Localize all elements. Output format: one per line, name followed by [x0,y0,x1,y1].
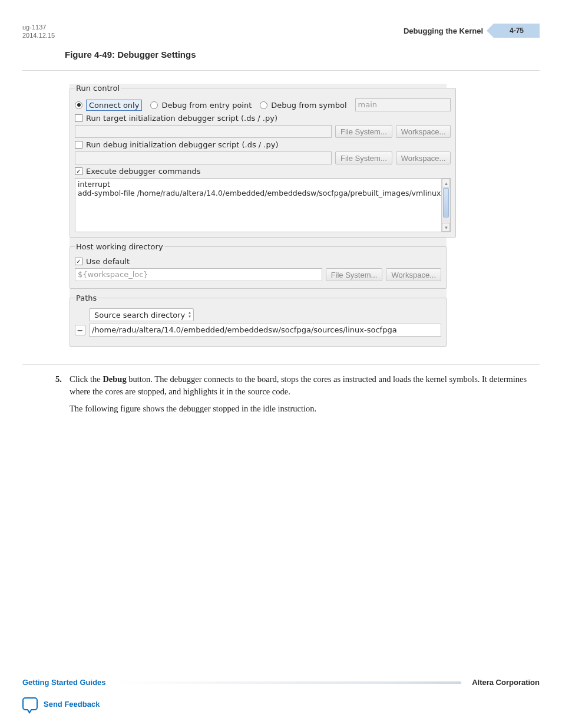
doc-code: ug-1137 [22,24,55,32]
filesystem-button[interactable]: File System... [335,151,392,164]
run-control-legend: Run control [75,84,121,93]
page-header: ug-1137 2014.12.15 Debugging the Kernel … [22,24,540,45]
step-text-bold: Debug [103,374,126,384]
step-text-b: button. The debugger connects to the boa… [70,374,527,396]
feedback-bubble-icon [22,697,38,710]
scroll-up-icon[interactable]: ▴ [442,179,450,187]
radio-empty-icon [150,101,158,109]
source-search-combo[interactable]: Source search directory ▴▾ [89,308,194,321]
checkbox-empty-icon [75,141,82,149]
chk-debug-init[interactable]: Run debug initialization debugger script… [75,140,278,149]
footer-left-link[interactable]: Getting Started Guides [22,678,106,687]
debugger-settings-screenshot: Run control Connect only Debug from entr… [70,84,447,347]
send-feedback-link[interactable]: Send Feedback [22,697,540,710]
divider [22,364,540,365]
doc-date: 2014.12.15 [22,32,55,40]
radio-connect-only-label: Connect only [86,100,142,111]
radio-selected-icon [75,101,82,109]
debugger-commands-text: interrupt add-symbol-file /home/radu/alt… [78,180,441,197]
step-text-line2: The following figure shows the debugger … [70,403,540,415]
host-dir-input[interactable]: ${workspace_loc} [75,268,322,281]
workspace-button[interactable]: Workspace... [396,151,451,164]
workspace-button[interactable]: Workspace... [386,268,441,281]
debug-init-path-input[interactable] [75,151,332,164]
filesystem-button[interactable]: File System... [335,125,392,138]
source-search-combo-label: Source search directory [94,311,185,319]
filesystem-button[interactable]: File System... [326,268,383,281]
scroll-down-icon[interactable]: ▾ [442,223,450,232]
path-input[interactable]: /home/radu/altera/14.0/embedded/embedded… [89,324,441,337]
target-init-path-input[interactable] [75,125,332,138]
doc-meta: ug-1137 2014.12.15 [22,24,55,40]
chk-debug-init-label: Run debug initialization debugger script… [86,140,278,149]
footer-right-text: Altera Corporation [472,678,540,687]
chk-use-default-label: Use default [86,257,130,266]
stepper-icon: ▴▾ [189,311,191,319]
host-dir-group: Host working directory Use default ${wor… [70,242,447,289]
page-number-tab: 4-75 [494,24,540,38]
paths-group: Paths Source search directory ▴▾ − /home… [70,294,447,347]
page-footer: Getting Started Guides Altera Corporatio… [22,678,540,710]
radio-debug-entry-label: Debug from entry point [161,101,252,110]
scrollbar-vertical[interactable]: ▴ ▾ [441,179,450,232]
workspace-button[interactable]: Workspace... [396,125,451,138]
chk-target-init-label: Run target initialization debugger scrip… [86,114,277,123]
chk-target-init[interactable]: Run target initialization debugger scrip… [75,114,277,123]
radio-connect-only[interactable]: Connect only [75,100,142,111]
symbol-input[interactable]: main [355,98,451,111]
run-control-group: Run control Connect only Debug from entr… [70,84,456,238]
send-feedback-label: Send Feedback [44,700,100,709]
page-number: 4-75 [510,27,524,35]
chk-exec-cmds-label: Execute debugger commands [86,167,201,176]
step-5: 5. Click the Debug button. The debugger … [70,373,540,415]
chk-exec-cmds[interactable]: Execute debugger commands [75,167,201,176]
radio-empty-icon [260,101,267,109]
scroll-thumb[interactable] [443,188,449,218]
chk-use-default[interactable]: Use default [75,257,130,266]
footer-gradient [117,681,462,684]
checkbox-empty-icon [75,114,82,122]
debugger-commands-textarea[interactable]: interrupt add-symbol-file /home/radu/alt… [75,178,451,232]
divider [22,70,540,71]
section-title: Debugging the Kernel [404,27,483,35]
step-number: 5. [55,373,68,386]
figure-title: Figure 4-49: Debugger Settings [65,50,540,60]
radio-debug-symbol-label: Debug from symbol [271,101,346,110]
checkbox-checked-icon [75,258,82,265]
checkbox-checked-icon [75,167,82,175]
radio-debug-symbol[interactable]: Debug from symbol [260,101,346,110]
paths-legend: Paths [75,294,98,302]
host-dir-legend: Host working directory [75,242,164,251]
radio-debug-entry[interactable]: Debug from entry point [150,101,252,110]
step-text-a: Click the [70,374,103,384]
remove-path-button[interactable]: − [75,325,85,335]
